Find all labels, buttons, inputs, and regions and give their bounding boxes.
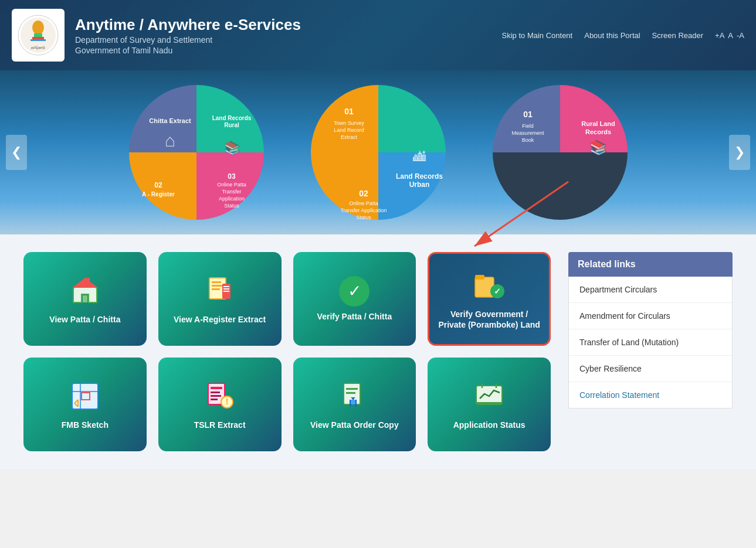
patta-order-icon <box>337 379 372 414</box>
svg-text:Book: Book <box>521 137 534 143</box>
pie-charts-container: Chitta Extract Land Records Rural 02 A -… <box>123 79 633 226</box>
svg-text:Application: Application <box>218 196 244 202</box>
svg-text:01: 01 <box>344 107 354 116</box>
font-normal-button[interactable]: A <box>728 31 733 40</box>
svg-text:Rural Land: Rural Land <box>581 120 615 127</box>
svg-rect-43 <box>212 285 223 287</box>
svg-text:Records: Records <box>585 128 611 135</box>
service-card-verify-patta[interactable]: ✓ Verify Patta / Chitta <box>293 252 416 346</box>
svg-text:!: ! <box>225 397 228 406</box>
svg-text:Transfer: Transfer <box>222 189 241 195</box>
related-link-correlation-statement[interactable]: Correlation Statement <box>569 382 732 408</box>
svg-rect-5 <box>30 39 46 41</box>
govt-name: Government of Tamil Nadu <box>75 46 301 55</box>
service-label-patta-order: View Patta Order Copy <box>310 420 399 430</box>
svg-rect-47 <box>223 288 229 290</box>
related-links-header: Related links <box>568 252 733 277</box>
svg-text:Urban: Urban <box>409 181 429 189</box>
service-card-app-status[interactable]: Application Status <box>428 358 551 451</box>
svg-text:02: 02 <box>154 181 162 189</box>
svg-rect-4 <box>32 37 44 39</box>
service-label-view-aregister: View A-Register Extract <box>174 314 266 325</box>
svg-text:✓: ✓ <box>494 287 501 296</box>
related-link-amendment-circulars[interactable]: Amendment for Circulars <box>569 303 732 329</box>
svg-text:Online Patta: Online Patta <box>349 200 378 206</box>
service-card-patta-order[interactable]: View Patta Order Copy <box>293 358 416 451</box>
svg-text:Land Records: Land Records <box>395 172 442 181</box>
svg-rect-64 <box>211 399 218 400</box>
svg-text:Land Record: Land Record <box>334 127 364 133</box>
svg-rect-69 <box>346 392 355 394</box>
svg-rect-63 <box>211 395 221 397</box>
svg-text:📚: 📚 <box>223 140 240 156</box>
svg-text:02: 02 <box>359 189 368 198</box>
svg-text:Measurement: Measurement <box>511 130 544 136</box>
svg-text:Chitta Extract: Chitta Extract <box>149 117 191 124</box>
banner-section: ❮ Chitta Extract Land Records Rural 02 A… <box>0 70 756 234</box>
svg-rect-48 <box>223 291 229 292</box>
related-links-panel: Related links Department Circulars Amend… <box>568 252 733 451</box>
main-content: View Patta / Chitta View A-Register Extr… <box>0 234 756 469</box>
svg-text:Transfer Application: Transfer Application <box>340 207 387 213</box>
fmb-icon <box>67 379 103 414</box>
govt-land-icon: ✓ <box>472 268 507 303</box>
service-label-fmb: FMB Sketch <box>62 420 109 430</box>
service-label-view-patta: View Patta / Chitta <box>49 314 120 325</box>
svg-rect-68 <box>346 388 358 390</box>
svg-rect-70 <box>351 400 355 404</box>
pie-chart-1: Chitta Extract Land Records Rural 02 A -… <box>123 79 270 226</box>
service-card-verify-govt[interactable]: ✓ Verify Government / Private (Poramboke… <box>428 252 551 346</box>
svg-text:Status: Status <box>356 215 371 220</box>
related-link-cyber-resilience[interactable]: Cyber Resilience <box>569 356 732 382</box>
screen-reader-link[interactable]: Screen Reader <box>652 31 703 40</box>
header: தமிழ்நாடு Anytime / Anywhere e-Services … <box>0 0 756 70</box>
svg-rect-50 <box>475 275 484 280</box>
svg-text:⌂: ⌂ <box>164 131 175 150</box>
service-label-verify-govt: Verify Government / Private (Poramboke) … <box>438 309 540 330</box>
site-title: Anytime / Anywhere e-Services <box>75 16 301 34</box>
svg-rect-62 <box>211 392 220 393</box>
service-label-tslr: TSLR Extract <box>194 420 246 430</box>
font-increase-button[interactable]: +A <box>715 31 724 40</box>
svg-rect-40 <box>85 278 90 284</box>
house-icon <box>67 273 103 308</box>
register-icon <box>202 273 238 308</box>
svg-text:01: 01 <box>523 110 533 119</box>
related-links-title: Related links <box>578 259 636 269</box>
logo: தமிழ்நாடு <box>12 9 65 62</box>
verify-checkmark-icon: ✓ <box>339 276 369 307</box>
service-card-view-aregister[interactable]: View A-Register Extract <box>158 252 282 346</box>
banner-next-button[interactable]: ❯ <box>729 135 750 170</box>
header-title-block: Anytime / Anywhere e-Services Department… <box>75 16 301 55</box>
tslr-icon: ! <box>202 379 238 414</box>
pie-chart-2: 01 Town Survey Land Record Extract Land … <box>305 79 452 226</box>
svg-point-2 <box>32 21 44 35</box>
top-nav: Skip to Main Content About this Portal S… <box>502 31 744 40</box>
svg-text:Extract: Extract <box>340 134 357 140</box>
skip-main-content-link[interactable]: Skip to Main Content <box>502 31 573 40</box>
pie-chart-3: 01 Field Measurement Book Rural Land Rec… <box>487 79 633 226</box>
font-decrease-button[interactable]: -A <box>737 31 744 40</box>
related-links-body: Department Circulars Amendment for Circu… <box>568 277 733 409</box>
svg-rect-38 <box>83 295 87 302</box>
svg-text:Field: Field <box>522 123 534 129</box>
service-card-tslr[interactable]: ! TSLR Extract <box>158 358 282 451</box>
about-portal-link[interactable]: About this Portal <box>584 31 640 40</box>
service-card-view-patta[interactable]: View Patta / Chitta <box>23 252 147 346</box>
dept-name: Department of Survey and Settlement <box>75 35 301 45</box>
svg-rect-46 <box>223 286 229 287</box>
svg-rect-42 <box>212 281 221 283</box>
related-link-transfer-land[interactable]: Transfer of Land (Mutation) <box>569 329 732 356</box>
svg-text:Online Patta: Online Patta <box>217 182 246 188</box>
banner-prev-button[interactable]: ❮ <box>6 135 27 170</box>
svg-text:Rural: Rural <box>224 122 239 128</box>
services-grid: View Patta / Chitta View A-Register Extr… <box>23 252 551 451</box>
service-card-fmb[interactable]: FMB Sketch <box>23 358 147 451</box>
service-label-app-status: Application Status <box>453 420 526 430</box>
service-label-verify-patta: Verify Patta / Chitta <box>317 311 392 322</box>
svg-text:தமிழ்நாடு: தமிழ்நாடு <box>31 46 45 50</box>
svg-rect-44 <box>212 288 220 290</box>
svg-rect-61 <box>211 387 222 389</box>
svg-text:🏙: 🏙 <box>413 149 426 164</box>
related-link-dept-circulars[interactable]: Department Circulars <box>569 277 732 303</box>
